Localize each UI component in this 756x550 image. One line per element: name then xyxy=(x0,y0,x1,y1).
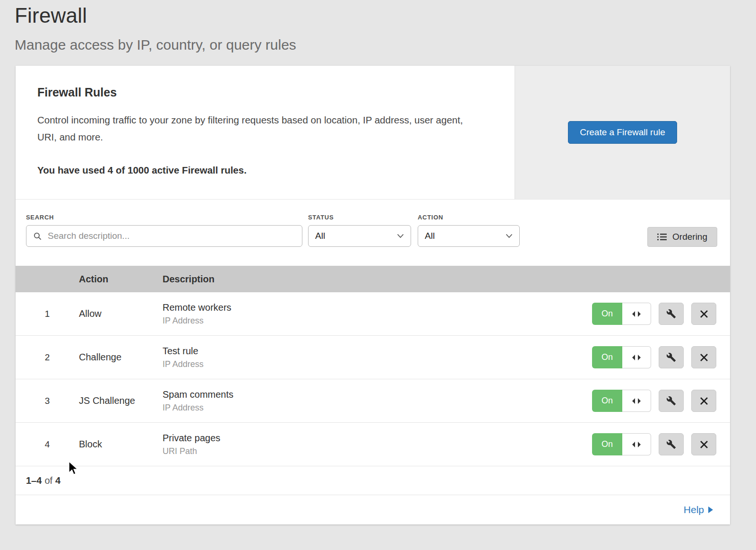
cta-panel: Create a Firewall rule xyxy=(515,66,730,199)
rule-number: 3 xyxy=(16,396,79,406)
rule-description: Remote workers IP Address xyxy=(163,302,592,326)
help-row: Help xyxy=(16,495,730,524)
chevron-down-icon xyxy=(397,234,404,238)
delete-rule-button[interactable] xyxy=(691,346,716,368)
delete-rule-button[interactable] xyxy=(691,303,716,325)
action-select-value: All xyxy=(425,231,435,241)
edit-rule-button[interactable] xyxy=(659,303,684,325)
overview-section: Firewall Rules Control incoming traffic … xyxy=(16,66,730,200)
wrench-icon xyxy=(666,396,676,406)
rule-match-type: IP Address xyxy=(163,359,592,369)
header-description: Description xyxy=(163,274,592,285)
action-select[interactable]: All xyxy=(418,225,520,247)
chevron-down-icon xyxy=(506,234,513,238)
ordering-button[interactable]: Ordering xyxy=(647,227,717,247)
section-description: Control incoming traffic to your zone by… xyxy=(37,112,481,146)
wrench-icon xyxy=(666,352,676,362)
toggle-on-button[interactable]: On xyxy=(592,346,622,368)
usage-summary: You have used 4 of 1000 active Firewall … xyxy=(37,165,481,176)
close-icon xyxy=(700,353,708,362)
table-row: 4 Block Private pages URI Path On xyxy=(16,423,730,466)
rule-title: Remote workers xyxy=(163,302,592,313)
table-row: 3 JS Challenge Spam comments IP Address … xyxy=(16,379,730,423)
rule-action: Challenge xyxy=(79,352,163,363)
rule-description: Private pages URI Path xyxy=(163,433,592,456)
close-icon xyxy=(700,440,708,449)
page-title: Firewall xyxy=(15,4,756,27)
action-filter-group: ACTION All xyxy=(411,214,520,247)
toggle-drag-handle[interactable] xyxy=(622,390,651,412)
delete-rule-button[interactable] xyxy=(691,433,716,455)
page-subtitle: Manage access by IP, country, or query r… xyxy=(15,37,756,53)
edit-rule-button[interactable] xyxy=(659,433,684,455)
status-select-value: All xyxy=(315,231,325,241)
firewall-rules-card: Firewall Rules Control incoming traffic … xyxy=(16,66,730,524)
overview-text: Firewall Rules Control incoming traffic … xyxy=(16,66,515,199)
rule-number: 2 xyxy=(16,352,79,363)
search-label: SEARCH xyxy=(26,214,302,221)
pagination-range: 1–4 xyxy=(26,475,42,486)
toggle-drag-handle[interactable] xyxy=(622,346,651,368)
toggle-on-button[interactable]: On xyxy=(592,433,622,455)
ordering-button-label: Ordering xyxy=(672,232,707,242)
toggle-drag-handle[interactable] xyxy=(622,433,651,455)
chevron-right-icon xyxy=(708,506,713,513)
rule-controls: On xyxy=(592,346,716,368)
status-select[interactable]: All xyxy=(308,225,411,247)
rule-toggle: On xyxy=(592,390,651,412)
help-link[interactable]: Help xyxy=(684,504,713,515)
firewall-page: Firewall Manage access by IP, country, o… xyxy=(0,0,756,550)
pagination-summary: 1–4 of 4 xyxy=(16,466,730,495)
rule-match-type: URI Path xyxy=(163,446,592,456)
delete-rule-button[interactable] xyxy=(691,390,716,412)
section-heading: Firewall Rules xyxy=(37,86,481,99)
status-filter-group: STATUS All xyxy=(302,214,411,247)
wrench-icon xyxy=(666,439,676,449)
search-box xyxy=(26,225,302,247)
close-icon xyxy=(700,310,708,318)
rule-match-type: IP Address xyxy=(163,403,592,413)
rule-action: Block xyxy=(79,439,163,450)
toggle-drag-handle[interactable] xyxy=(622,303,651,325)
rule-action: JS Challenge xyxy=(79,395,163,406)
pagination-total: 4 xyxy=(55,475,60,486)
table-row: 2 Challenge Test rule IP Address On xyxy=(16,336,730,379)
table-header-row: Action Description xyxy=(16,266,730,292)
rule-title: Test rule xyxy=(163,346,592,357)
filters-bar: SEARCH STATUS All xyxy=(16,200,730,247)
toggle-on-button[interactable]: On xyxy=(592,390,622,412)
table-row: 1 Allow Remote workers IP Address On xyxy=(16,292,730,336)
create-firewall-rule-button[interactable]: Create a Firewall rule xyxy=(568,121,677,144)
rule-controls: On xyxy=(592,303,716,325)
ordering-list-icon xyxy=(657,233,667,241)
rule-title: Private pages xyxy=(163,433,592,444)
rule-controls: On xyxy=(592,433,716,455)
rule-description: Spam comments IP Address xyxy=(163,389,592,413)
page-header: Firewall Manage access by IP, country, o… xyxy=(0,0,756,53)
rules-table: Action Description 1 Allow Remote worker… xyxy=(16,266,730,524)
help-link-label: Help xyxy=(684,504,704,515)
edit-rule-button[interactable] xyxy=(659,390,684,412)
toggle-on-button[interactable]: On xyxy=(592,303,622,325)
rule-toggle: On xyxy=(592,303,651,325)
close-icon xyxy=(700,397,708,405)
action-label: ACTION xyxy=(418,214,520,221)
header-action: Action xyxy=(79,274,163,285)
rule-action: Allow xyxy=(79,308,163,319)
rule-controls: On xyxy=(592,390,716,412)
rule-number: 1 xyxy=(16,309,79,319)
search-input[interactable] xyxy=(47,230,295,242)
rule-description: Test rule IP Address xyxy=(163,346,592,369)
rule-title: Spam comments xyxy=(163,389,592,400)
edit-rule-button[interactable] xyxy=(659,346,684,368)
pagination-of: of xyxy=(44,475,52,486)
rule-number: 4 xyxy=(16,439,79,450)
search-icon xyxy=(33,232,42,241)
search-filter-group: SEARCH xyxy=(26,214,302,247)
rule-toggle: On xyxy=(592,433,651,455)
rule-toggle: On xyxy=(592,346,651,368)
rule-match-type: IP Address xyxy=(163,316,592,326)
wrench-icon xyxy=(666,309,676,319)
status-label: STATUS xyxy=(308,214,411,221)
